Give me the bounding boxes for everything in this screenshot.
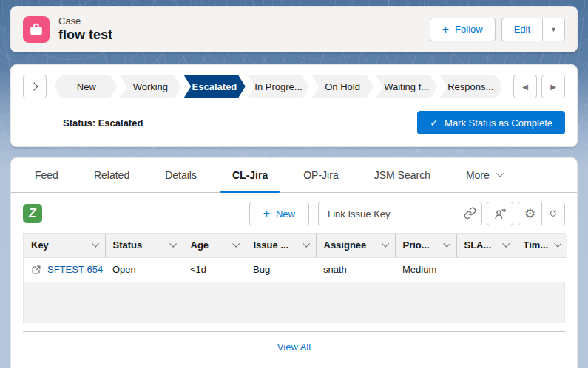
link-chain-icon <box>464 207 476 222</box>
table-header-row: Key Status Age Issue ... Assignee Prio..… <box>24 234 567 257</box>
column-header-sla[interactable]: SLA... <box>456 234 516 257</box>
column-header-status[interactable]: Status <box>105 234 183 257</box>
record-body: Feed Related Details CL-Jira OP-Jira JSM… <box>10 157 578 368</box>
tab-op-jira[interactable]: OP-Jira <box>285 158 356 192</box>
stage-label: New <box>77 81 96 92</box>
table-empty-area <box>24 282 564 323</box>
path-expand-button[interactable] <box>23 75 47 98</box>
path-scroll-right-button[interactable]: ▶ <box>541 75 565 98</box>
path-stage-waiting[interactable]: Waiting f... <box>376 75 438 98</box>
new-issue-button-label: New <box>276 208 295 219</box>
column-label: Tim... <box>524 239 549 251</box>
header-actions: + Follow Edit ▼ <box>430 18 565 41</box>
tab-cl-jira[interactable]: CL-Jira <box>214 158 285 192</box>
column-label: Status <box>113 239 143 251</box>
column-header-issue-type[interactable]: Issue ... <box>246 234 316 257</box>
edit-button-label: Edit <box>514 24 530 35</box>
path-nav: ◀ ▶ <box>509 75 565 98</box>
arrow-right-icon: ▶ <box>550 83 556 91</box>
plus-icon: + <box>263 208 270 219</box>
chevron-down-icon[interactable] <box>443 240 450 248</box>
status-text: Status: Escalated <box>63 117 143 129</box>
cell-assignee: snath <box>316 257 395 282</box>
stage-label: Respons... <box>447 81 493 92</box>
tab-bar: Feed Related Details CL-Jira OP-Jira JSM… <box>11 158 577 193</box>
path-stage-escalated[interactable]: Escalated <box>183 75 246 98</box>
cell-age: <1d <box>183 257 246 282</box>
stage-label: In Progre... <box>254 81 302 92</box>
refresh-button[interactable] <box>541 202 565 225</box>
chevron-down-icon[interactable] <box>232 240 240 248</box>
tab-label: More <box>466 169 490 181</box>
zagile-connector-icon: Z <box>23 204 42 223</box>
tab-more[interactable]: More <box>448 158 520 192</box>
more-actions-button[interactable]: ▼ <box>542 18 565 41</box>
column-label: SLA... <box>464 239 492 251</box>
stage-label: Working <box>133 81 168 92</box>
record-header: Case flow test + Follow Edit ▼ <box>10 6 578 52</box>
edit-button[interactable]: Edit <box>501 18 542 41</box>
issue-key-link[interactable]: SFTEST-654 <box>47 264 103 275</box>
link-user-button[interactable] <box>487 202 513 225</box>
tab-label: JSM Search <box>374 169 430 181</box>
link-issue-input-wrap <box>318 202 482 225</box>
stage-label: Waiting f... <box>384 81 429 92</box>
path-stage-on-hold[interactable]: On Hold <box>311 75 374 98</box>
chevron-down-icon[interactable] <box>169 240 177 248</box>
tab-jsm-search[interactable]: JSM Search <box>356 158 448 192</box>
column-label: Age <box>191 239 209 251</box>
mark-status-complete-button[interactable]: ✓ Mark Status as Complete <box>417 111 565 134</box>
jira-toolbar: Z + New <box>11 193 577 233</box>
tab-feed[interactable]: Feed <box>17 158 76 192</box>
edit-button-group: Edit ▼ <box>501 18 565 41</box>
path-stage-working[interactable]: Working <box>120 75 182 98</box>
checkmark-icon: ✓ <box>430 117 438 129</box>
page-title: flow test <box>58 27 112 43</box>
path-stage-response[interactable]: Respons... <box>439 75 501 98</box>
dropdown-triangle-icon: ▼ <box>550 26 557 33</box>
column-label: Key <box>31 239 49 251</box>
column-header-time[interactable]: Tim... <box>516 234 567 257</box>
follow-button[interactable]: + Follow <box>430 18 496 41</box>
cell-issue-type: Bug <box>246 257 316 282</box>
settings-button[interactable]: ⚙ <box>518 202 541 225</box>
chevron-down-icon[interactable] <box>554 240 561 248</box>
path-row: New Working Escalated In Progre... On Ho… <box>23 75 565 98</box>
settings-refresh-group: ⚙ <box>518 202 565 225</box>
external-link-icon[interactable] <box>31 265 41 275</box>
tab-label: Details <box>165 169 197 181</box>
tab-label: OP-Jira <box>303 169 338 181</box>
new-issue-button[interactable]: + New <box>249 202 309 225</box>
tab-label: Feed <box>35 169 58 181</box>
view-all-link[interactable]: View All <box>277 341 311 352</box>
column-header-assignee[interactable]: Assignee <box>316 234 395 257</box>
chevron-down-icon[interactable] <box>382 240 389 248</box>
chevron-down-icon[interactable] <box>502 240 510 248</box>
link-issue-key-input[interactable] <box>318 202 482 225</box>
path-panel: New Working Escalated In Progre... On Ho… <box>10 64 578 147</box>
path-stage-in-progress[interactable]: In Progre... <box>248 75 310 98</box>
path-scroll-left-button[interactable]: ◀ <box>513 75 537 98</box>
briefcase-icon <box>28 21 44 38</box>
path-stage-new[interactable]: New <box>55 75 118 98</box>
stage-label: Escalated <box>192 81 237 92</box>
tab-details[interactable]: Details <box>147 158 214 192</box>
person-arrow-icon <box>494 208 507 220</box>
cell-priority: Medium <box>395 257 456 282</box>
cell-key: SFTEST-654 <box>24 257 105 282</box>
cell-sla <box>456 257 516 282</box>
chevron-right-icon <box>30 82 38 90</box>
refresh-icon <box>550 208 557 219</box>
column-label: Issue ... <box>254 239 289 251</box>
tab-related[interactable]: Related <box>76 158 147 192</box>
mark-status-complete-label: Mark Status as Complete <box>445 117 552 129</box>
plus-icon: + <box>442 24 449 35</box>
column-header-age[interactable]: Age <box>183 234 246 257</box>
chevron-down-icon[interactable] <box>303 240 310 248</box>
chevron-down-icon[interactable] <box>92 240 99 248</box>
gear-icon: ⚙ <box>524 208 535 220</box>
tab-label: CL-Jira <box>232 169 268 181</box>
column-header-priority[interactable]: Prio... <box>395 234 456 257</box>
stage-label: On Hold <box>325 81 360 92</box>
column-header-key[interactable]: Key <box>24 234 105 257</box>
